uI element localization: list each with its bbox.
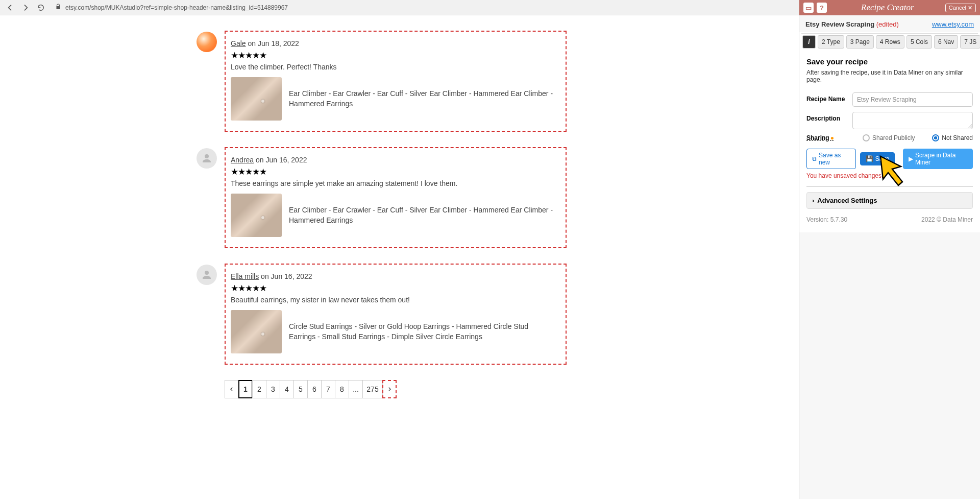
review-date: Jun 16, 2022 xyxy=(271,272,312,280)
version-text: Version: 5.7.30 xyxy=(806,216,847,223)
page-button[interactable]: 8 xyxy=(335,380,349,398)
star-rating: ★★★★★ xyxy=(231,167,555,177)
save-as-new-button[interactable]: ⧉ Save as new xyxy=(806,149,856,169)
tab-cols[interactable]: 5 Cols xyxy=(906,35,932,49)
page-button[interactable]: 2 xyxy=(252,380,266,398)
description-input[interactable] xyxy=(852,112,973,129)
footer-copyright: 2022 © Data Miner xyxy=(921,216,973,223)
tab-page[interactable]: 3 Page xyxy=(846,35,874,49)
play-icon: ▶ xyxy=(909,155,913,162)
panel-subtext: After saving the recipe, use it in Data … xyxy=(806,69,973,83)
recipe-creator-panel: ▭ ? Recipe Creator Cancel ✕ Etsy Review … xyxy=(799,0,980,499)
recipe-name-input[interactable] xyxy=(852,92,973,107)
advanced-settings-toggle[interactable]: › Advanced Settings xyxy=(806,192,973,209)
reviewer-name[interactable]: Andrea xyxy=(231,156,254,164)
url-text[interactable]: etsy.com/shop/MUKAstudio?ref=simple-shop… xyxy=(65,4,288,11)
product-title[interactable]: Ear Climber - Ear Crawler - Ear Cuff - S… xyxy=(289,89,555,109)
product-thumbnail[interactable] xyxy=(231,77,282,121)
chevron-right-icon: › xyxy=(812,197,814,204)
avatar[interactable] xyxy=(197,265,217,285)
radio-shared-publicly[interactable]: Shared Publicly xyxy=(863,134,915,141)
cancel-button[interactable]: Cancel ✕ xyxy=(945,4,976,12)
scrape-button[interactable]: ▶ Scrape in Data Miner xyxy=(903,149,973,169)
page-button[interactable]: 4 xyxy=(280,380,294,398)
review-block: Ella mills on Jun 16, 2022 ★★★★★ Beautif… xyxy=(225,264,799,365)
review-date: Jun 16, 2022 xyxy=(266,156,307,164)
panel-title: Recipe Creator xyxy=(830,3,945,13)
review-text: Beautiful earrings, my sister in law nev… xyxy=(231,296,555,304)
site-link[interactable]: www.etsy.com xyxy=(932,20,974,28)
review-text: These earrings are simple yet make an am… xyxy=(231,179,555,187)
pagination: 1 2 3 4 5 6 7 8 ... 275 xyxy=(225,380,799,398)
tab-info[interactable]: i xyxy=(802,35,816,49)
page-button[interactable]: 275 xyxy=(362,380,383,398)
product-thumbnail[interactable] xyxy=(231,194,282,237)
reviewer-name[interactable]: Ella mills xyxy=(231,272,259,280)
avatar[interactable] xyxy=(197,148,217,169)
lock-icon xyxy=(55,4,61,11)
sharing-label: Sharing● xyxy=(806,134,852,141)
recipe-name-header: Etsy Review Scraping xyxy=(805,20,874,28)
help-icon[interactable]: ? xyxy=(817,3,827,13)
product-title[interactable]: Ear Climber - Ear Crawler - Ear Cuff - S… xyxy=(289,205,555,225)
tab-type[interactable]: 2 Type xyxy=(818,35,844,49)
tab-rows[interactable]: 4 Rows xyxy=(876,35,904,49)
page-button[interactable]: 1 xyxy=(238,380,253,398)
back-button[interactable] xyxy=(4,2,16,14)
review-block: Andrea on Jun 16, 2022 ★★★★★ These earri… xyxy=(225,147,799,248)
copy-icon: ⧉ xyxy=(812,155,817,162)
avatar[interactable] xyxy=(197,32,217,52)
tab-js[interactable]: 7 JS xyxy=(960,35,980,49)
reload-button[interactable] xyxy=(35,2,47,14)
tab-nav[interactable]: 6 Nav xyxy=(934,35,958,49)
product-title[interactable]: Circle Stud Earrings - Silver or Gold Ho… xyxy=(289,322,555,342)
page-button[interactable]: 6 xyxy=(307,380,322,398)
page-button[interactable]: 5 xyxy=(293,380,308,398)
save-button[interactable]: 💾 Save xyxy=(860,152,895,165)
page-next-button[interactable] xyxy=(382,380,397,398)
coin-icon: ● xyxy=(830,134,834,141)
page-prev-button[interactable] xyxy=(225,380,239,398)
edited-badge: (edited) xyxy=(876,20,899,28)
unsaved-warning: You have unsaved changes! xyxy=(806,172,973,179)
page-content: Gale on Jun 18, 2022 ★★★★★ Love the clim… xyxy=(0,15,799,499)
forward-button[interactable] xyxy=(19,2,32,14)
review-date: Jun 18, 2022 xyxy=(258,39,299,47)
star-rating: ★★★★★ xyxy=(231,50,555,61)
page-button[interactable]: 3 xyxy=(266,380,280,398)
review-text: Love the climber. Perfect! Thanks xyxy=(231,63,555,71)
page-button[interactable]: 7 xyxy=(321,380,335,398)
panel-heading: Save your recipe xyxy=(806,57,973,66)
page-ellipsis: ... xyxy=(349,380,363,398)
browser-toolbar: etsy.com/shop/MUKAstudio?ref=simple-shop… xyxy=(0,0,799,15)
save-icon: 💾 xyxy=(866,155,873,162)
product-thumbnail[interactable] xyxy=(231,310,282,353)
review-block: Gale on Jun 18, 2022 ★★★★★ Love the clim… xyxy=(225,31,799,132)
panel-icon[interactable]: ▭ xyxy=(803,3,814,13)
reviewer-name[interactable]: Gale xyxy=(231,39,246,47)
radio-not-shared[interactable]: Not Shared xyxy=(932,134,973,141)
tabs: i 2 Type 3 Page 4 Rows 5 Cols 6 Nav 7 JS… xyxy=(801,33,978,50)
star-rating: ★★★★★ xyxy=(231,283,555,294)
recipe-name-label: Recipe Name xyxy=(806,92,852,103)
description-label: Description xyxy=(806,112,852,122)
